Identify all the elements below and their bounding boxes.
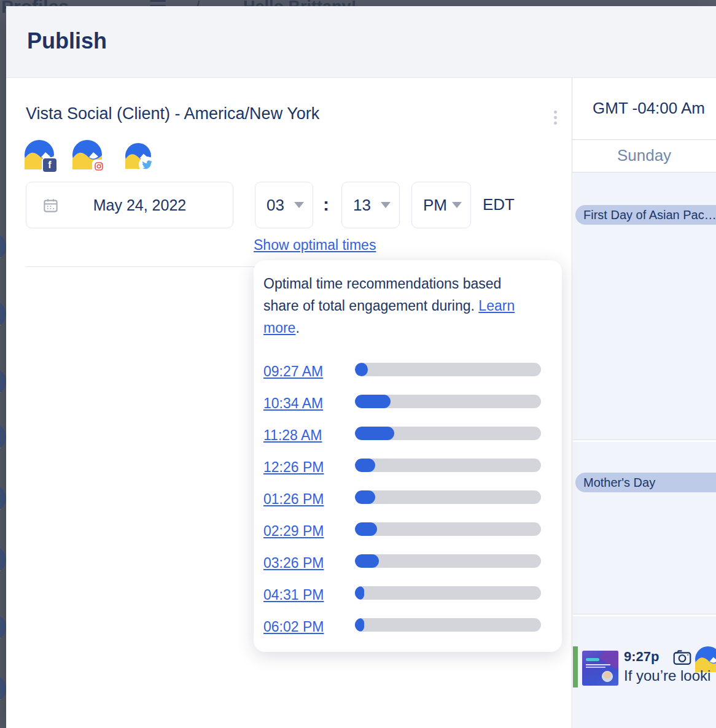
meridiem-select[interactable]: PM — [411, 182, 471, 228]
profile-avatar-twitter[interactable] — [125, 143, 151, 169]
instagram-icon — [92, 160, 106, 173]
facebook-icon: f — [42, 157, 58, 173]
background-avatar-fragment — [0, 546, 6, 573]
thumbnail-tag — [586, 658, 599, 661]
engagement-bar-track — [355, 395, 541, 408]
engagement-bar-track — [355, 554, 541, 568]
optimal-time-row: 12:26 PM — [263, 455, 552, 487]
engagement-bar-fill — [355, 586, 364, 600]
calendar-event-mothers-day[interactable]: Mother's Day — [575, 473, 716, 492]
minute-select[interactable]: 13 — [341, 182, 400, 228]
background-avatar-fragment — [0, 675, 6, 702]
time-colon: : — [323, 194, 329, 215]
scheduled-post-preview[interactable]: 9:27p If you’re looki — [573, 646, 716, 689]
optimal-time-row: 09:27 AM — [263, 360, 552, 392]
optimal-time-link[interactable]: 04:31 PM — [263, 587, 324, 603]
optimal-time-row: 02:29 PM — [263, 519, 552, 551]
meridiem-value: PM — [423, 196, 447, 215]
thumbnail-text-line — [586, 664, 610, 665]
calendar-day-header: Sunday — [572, 140, 716, 172]
engagement-bar-track — [355, 522, 541, 536]
calendar-event-first-day-asian-pacific[interactable]: First Day of Asian Pac… — [575, 205, 716, 225]
background-avatar-fragment — [0, 424, 6, 451]
post-time: 9:27p — [624, 649, 659, 665]
timezone-abbr: EDT — [483, 195, 515, 214]
background-avatar-fragment — [0, 614, 6, 641]
engagement-bar-track — [355, 363, 541, 376]
show-optimal-times-link[interactable]: Show optimal times — [254, 237, 376, 254]
publish-modal: Publish Vista Social (Client) - America/… — [6, 6, 716, 728]
date-picker[interactable]: May 24, 2022 — [26, 182, 233, 228]
day-header-text: Sunday — [617, 146, 671, 165]
engagement-bar-fill — [355, 459, 375, 472]
thumbnail-text-line — [586, 667, 605, 668]
calendar-icon — [42, 197, 59, 214]
optimal-time-row: 01:26 PM — [263, 487, 552, 519]
description-period: . — [295, 320, 299, 336]
timezone-header-text: GMT -04:00 Am — [593, 99, 705, 118]
popover-description: Optimal time recommendations based share… — [263, 273, 527, 339]
post-status-bar — [573, 646, 578, 687]
background-avatar-fragment — [0, 233, 6, 260]
optimal-time-row: 03:26 PM — [263, 551, 552, 583]
optimal-time-link[interactable]: 03:26 PM — [263, 555, 324, 571]
background-avatar-fragment — [0, 301, 6, 328]
optimal-time-link[interactable]: 12:26 PM — [263, 459, 324, 476]
optimal-time-row: 10:34 AM — [263, 392, 552, 424]
engagement-bar-track — [355, 490, 541, 504]
optimal-time-row: 06:02 PM — [263, 615, 552, 647]
chevron-down-icon — [294, 202, 304, 208]
page-title: Publish — [27, 28, 107, 54]
engagement-bar-fill — [355, 363, 368, 376]
engagement-bar-fill — [355, 554, 379, 568]
optimal-times-list: 09:27 AM10:34 AM11:28 AM12:26 PM01:26 PM… — [263, 360, 552, 647]
background-avatar-fragment — [0, 368, 6, 395]
engagement-bar-track — [355, 586, 541, 600]
camera-icon — [673, 649, 691, 665]
profile-group-title: Vista Social (Client) - America/New York — [26, 104, 529, 123]
calendar-cell[interactable]: First Day of Asian Pac… — [573, 172, 716, 440]
chevron-down-icon — [452, 202, 462, 208]
post-thumbnail — [582, 651, 618, 686]
calendar-cell[interactable]: 9:27p If you’re looki — [573, 616, 716, 728]
engagement-bar-track — [355, 427, 541, 440]
optimal-time-link[interactable]: 10:34 AM — [263, 395, 323, 412]
calendar-timezone-header: GMT -04:00 Am — [572, 78, 716, 140]
engagement-bar-fill — [355, 490, 375, 504]
date-value: May 24, 2022 — [59, 196, 233, 214]
optimal-time-link[interactable]: 11:28 AM — [263, 427, 322, 444]
hour-value: 03 — [267, 196, 284, 215]
engagement-bar-fill — [355, 618, 364, 632]
optimal-time-link[interactable]: 01:26 PM — [263, 491, 324, 508]
engagement-bar-fill — [355, 395, 391, 408]
post-snippet: If you’re looki — [624, 667, 710, 684]
engagement-bar-fill — [355, 522, 377, 536]
description-text: Optimal time recommendations based share… — [263, 276, 501, 314]
engagement-bar-track — [355, 618, 541, 632]
engagement-bar-track — [355, 459, 541, 472]
optimal-time-link[interactable]: 09:27 AM — [263, 363, 323, 380]
minute-value: 13 — [353, 196, 371, 215]
optimal-times-popover: Optimal time recommendations based share… — [254, 260, 562, 652]
optimal-time-row: 11:28 AM — [263, 424, 552, 455]
modal-header: Publish — [6, 6, 716, 78]
optimal-time-link[interactable]: 02:29 PM — [263, 523, 324, 540]
profile-avatar-instagram[interactable] — [72, 140, 102, 169]
thumbnail-avatar — [602, 671, 613, 682]
more-options-icon[interactable] — [549, 108, 561, 130]
hour-select[interactable]: 03 — [255, 182, 313, 228]
optimal-time-link[interactable]: 06:02 PM — [263, 619, 324, 635]
optimal-time-row: 04:31 PM — [263, 583, 552, 615]
engagement-bar-fill — [355, 427, 394, 440]
background-avatar-fragment — [0, 485, 6, 512]
twitter-icon — [139, 157, 155, 172]
calendar-panel: GMT -04:00 Am Sunday First Day of Asian … — [572, 78, 716, 728]
chevron-down-icon — [381, 202, 391, 208]
profile-avatar-facebook[interactable]: f — [25, 140, 54, 169]
calendar-cell[interactable]: Mother's Day — [573, 442, 716, 614]
